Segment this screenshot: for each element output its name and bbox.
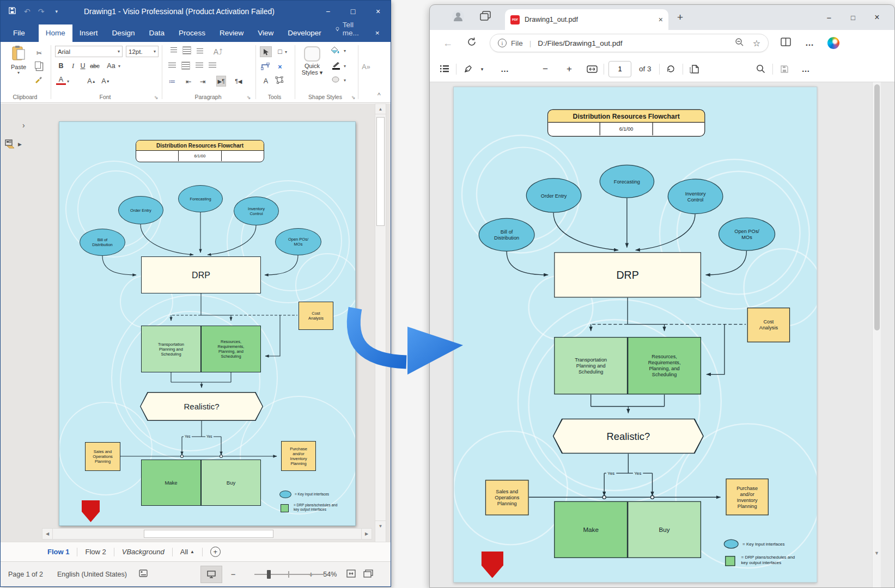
font-color-dropdown-icon[interactable]: ▾ — [67, 79, 69, 84]
align-bottom-icon[interactable] — [197, 48, 203, 54]
favorite-star-icon[interactable]: ☆ — [753, 38, 760, 48]
connection-point-tool-icon[interactable]: × — [275, 62, 285, 72]
tab-home[interactable]: Home — [39, 24, 72, 42]
tab-data[interactable]: Data — [142, 24, 172, 42]
page-tab-flow2[interactable]: Flow 2 — [77, 542, 113, 561]
page-tab-all[interactable]: All ▲ — [173, 542, 202, 561]
qat-customize-icon[interactable]: ▾ — [55, 9, 58, 14]
browser-close-button[interactable]: × — [865, 8, 889, 27]
tab-view[interactable]: View — [251, 24, 281, 42]
freeform-tool-icon[interactable] — [275, 76, 283, 85]
refresh-icon[interactable] — [467, 37, 477, 49]
pdf-more-tools-icon[interactable]: … — [498, 61, 512, 77]
case-dropdown-icon[interactable]: ▾ — [118, 64, 120, 69]
zoom-level[interactable]: 54% — [323, 571, 337, 578]
presentation-mode-icon[interactable] — [200, 566, 222, 583]
node-drp[interactable]: DRP — [141, 256, 261, 293]
flowchart-title-banner[interactable]: Distribution Resources Flowchart 6/1/00 — [136, 140, 264, 162]
pdf-zoom-out-icon[interactable]: − — [538, 61, 552, 77]
horizontal-scroll-thumb[interactable] — [144, 530, 273, 538]
text-tool-button[interactable]: A — [261, 76, 271, 87]
bullets-icon[interactable]: ≔ — [167, 76, 177, 87]
fit-width-icon[interactable] — [585, 61, 599, 77]
close-button[interactable]: × — [366, 1, 391, 22]
close-document-icon[interactable]: × — [368, 24, 387, 42]
line-dropdown-icon[interactable]: ▾ — [344, 64, 346, 69]
profile-icon[interactable] — [452, 10, 465, 25]
tab-review[interactable]: Review — [212, 24, 251, 42]
shrink-font-button[interactable]: A▼ — [101, 76, 111, 87]
pdf-scroll-thumb[interactable] — [874, 84, 880, 330]
zoom-out-button[interactable]: − — [231, 569, 236, 579]
text-direction-rtl-icon[interactable]: ¶◀ — [234, 76, 243, 87]
node-resources[interactable]: Resources, Requirements, Planning, and S… — [201, 326, 261, 372]
visio-drawing-page[interactable]: Distribution Resources Flowchart 6/1/00 … — [59, 121, 356, 526]
node-bill-of-distribution[interactable]: Bill of Distribution — [80, 229, 125, 256]
pdf-more-icon[interactable]: … — [799, 61, 813, 77]
zoom-slider-thumb[interactable] — [267, 570, 271, 579]
pdf-save-icon[interactable] — [777, 61, 792, 77]
shape-styles-dialog-launcher-icon[interactable]: ⇘ — [351, 95, 356, 100]
scroll-down-icon[interactable]: ▼ — [375, 520, 386, 531]
node-sales-ops[interactable]: Sales and Operations Planning — [85, 442, 120, 471]
italic-button[interactable]: I — [68, 60, 78, 71]
page-number-input[interactable] — [608, 61, 631, 77]
save-icon[interactable] — [8, 7, 16, 16]
font-color-button[interactable]: A — [56, 76, 66, 85]
page-view-icon[interactable] — [687, 61, 702, 77]
quick-styles-button[interactable]: Quick Styles ▾ — [299, 46, 325, 76]
grow-font-button[interactable]: A▲ — [87, 76, 96, 87]
paragraph-dialog-launcher-icon[interactable]: ⇘ — [247, 95, 251, 100]
node-transportation[interactable]: Transportation Planning and Scheduling — [141, 326, 201, 372]
strikethrough-button[interactable]: abc — [90, 60, 100, 71]
node-purchase[interactable]: Purchase and/or Inventory Planning — [281, 441, 316, 471]
increase-indent-icon[interactable]: ⇥ — [198, 76, 208, 87]
change-case-button[interactable]: Aa — [106, 60, 116, 71]
pointer-tool-icon[interactable] — [260, 46, 272, 57]
line-color-icon[interactable] — [332, 62, 340, 71]
undo-icon[interactable]: ↶ — [24, 7, 31, 16]
rectangle-tool-dropdown-icon[interactable]: ▾ — [285, 50, 287, 54]
cut-icon[interactable]: ✂ — [34, 47, 44, 58]
browser-tab[interactable]: PDF Drawing1_out.pdf × — [505, 9, 668, 30]
font-size-select[interactable]: 12pt.▾ — [126, 46, 159, 57]
status-language[interactable]: English (United States) — [57, 571, 127, 578]
effects-icon[interactable] — [332, 76, 340, 84]
scroll-right-icon[interactable]: ▶ — [361, 529, 372, 539]
underline-button[interactable]: U — [78, 60, 88, 71]
node-make[interactable]: Make — [141, 460, 201, 506]
scroll-left-icon[interactable]: ◀ — [42, 529, 53, 539]
scroll-up-icon[interactable]: ▲ — [375, 104, 386, 114]
text-direction-ltr-icon[interactable]: ▶¶ — [216, 76, 226, 87]
expand-panel-icon[interactable]: › — [22, 121, 25, 130]
page-tab-vbackground[interactable]: VBackground — [114, 542, 172, 561]
effects-dropdown-icon[interactable]: ▾ — [344, 78, 346, 83]
decrease-indent-icon[interactable]: ⇤ — [184, 76, 193, 87]
align-left-icon[interactable] — [168, 63, 176, 69]
page-tab-flow1[interactable]: Flow 1 — [40, 542, 77, 561]
tab-groups-icon[interactable] — [480, 11, 492, 24]
node-inventory-control[interactable]: Inventory Control — [234, 197, 279, 225]
connector-tool-icon[interactable] — [261, 63, 270, 71]
tab-insert[interactable]: Insert — [72, 24, 105, 42]
align-right-icon[interactable] — [196, 63, 203, 69]
zoom-indicator-icon[interactable] — [735, 38, 744, 48]
align-top-icon[interactable] — [171, 47, 177, 53]
redo-icon[interactable]: ↷ — [38, 7, 45, 16]
font-name-select[interactable]: Arial▾ — [55, 46, 123, 57]
shapes-stencil-icon[interactable]: ▶ — [5, 139, 22, 149]
split-screen-icon[interactable] — [781, 38, 791, 48]
paste-button[interactable]: Paste ▾ — [6, 45, 31, 75]
pdf-search-icon[interactable] — [754, 61, 768, 77]
copy-icon[interactable] — [35, 62, 41, 69]
browser-maximize-button[interactable]: □ — [841, 8, 865, 27]
rotate-icon[interactable] — [664, 61, 678, 77]
pen-dropdown-icon[interactable]: ▾ — [475, 61, 489, 77]
node-forecasting[interactable]: Forecasting — [178, 185, 223, 212]
copilot-icon[interactable] — [827, 37, 839, 49]
horizontal-scrollbar[interactable]: ◀ ▶ — [42, 528, 372, 540]
tell-me-box[interactable]: Tell me... — [328, 16, 368, 42]
address-bar[interactable]: i File | D:/Files/Drawing1_out.pdf ☆ — [490, 34, 769, 52]
pdf-scrollbar[interactable]: ▼ — [872, 82, 881, 588]
fill-color-icon[interactable] — [331, 46, 340, 56]
